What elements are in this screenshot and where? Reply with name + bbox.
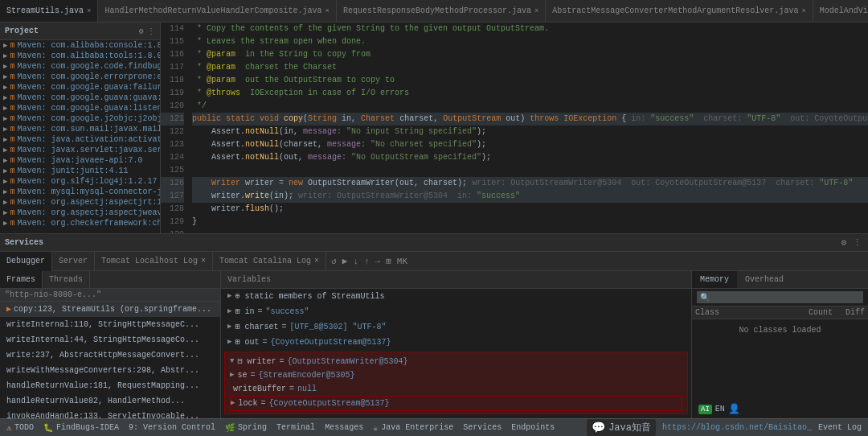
memory-search-input[interactable] xyxy=(697,291,863,303)
tab-memory[interactable]: Memory xyxy=(692,271,737,288)
debugger-content: Frames Threads "http-nio-8080-e..." ▶cop… xyxy=(0,271,868,418)
code-line: * @throws IOException in case of I/O err… xyxy=(192,87,868,100)
tree-item[interactable]: ▶mMaven: java:javaee-api:7.0 xyxy=(0,155,160,166)
url-label: https://blog.csdn.net/Baisitao_ xyxy=(662,423,812,432)
code-line: * Leaves the stream open when done. xyxy=(192,35,868,48)
code-line: * @param out the OutputStream to copy to xyxy=(192,74,868,87)
var-charset[interactable]: ▶ ⊞ charset = [UTF_8@5302] "UTF-8" xyxy=(221,319,691,335)
var-out[interactable]: ▶ ⊞ out = {CoyoteOutputStream@5137} xyxy=(221,335,691,350)
tree-item[interactable]: ▶mMaven: mysql:mysql-connector-java:5.1.… xyxy=(0,187,160,197)
tree-item[interactable]: ▶mMaven: javax.servlet:javax.servlet-api… xyxy=(0,145,160,155)
event-log[interactable]: Event Log xyxy=(818,423,862,432)
user-icon: 👤 xyxy=(728,403,740,415)
debug-toolbar: ↺ ▶ ↓ ↑ → ⊞ MK xyxy=(326,255,412,267)
tab-overhead[interactable]: Overhead xyxy=(737,271,792,288)
menu-icon[interactable]: ⋮ xyxy=(147,27,155,36)
tree-item[interactable]: ▶mMaven: com.google.code.findbugs:jsr:3.… xyxy=(0,61,160,72)
col-class: Class xyxy=(695,308,792,317)
close-icon[interactable]: × xyxy=(534,7,538,15)
settings-icon[interactable]: ⚙ xyxy=(139,27,144,36)
resume-icon[interactable]: ▶ xyxy=(341,255,350,267)
settings-icon[interactable]: ⚙ xyxy=(839,237,848,249)
frame-item[interactable]: invokeAndHandle:133, ServletInvocable... xyxy=(0,409,220,418)
frame-item[interactable]: handleReturnValue82, HandlerMethod... xyxy=(0,393,220,409)
status-terminal[interactable]: Terminal xyxy=(276,423,315,432)
tree-item[interactable]: ▶mMaven: com.alibaba:console:1.8.0 xyxy=(0,40,160,51)
tree-item[interactable]: ▶mMaven: com.google.guava:guava:28.0-jre xyxy=(0,93,160,103)
tree-item[interactable]: ▶mMaven: org.aspectj:aspectjweaver:1.8.1… xyxy=(0,208,160,218)
tree-item[interactable]: ▶mMaven: junit:junit:4.11 xyxy=(0,166,160,176)
tab-handler[interactable]: HandlerMethodReturnValueHandlerComposite… xyxy=(98,0,336,23)
var-writebuffer[interactable]: writeBuffer = null xyxy=(230,382,682,396)
tree-item[interactable]: ▶mMaven: com.google.j2objc:j2objc-annota… xyxy=(0,113,160,124)
tab-debugger[interactable]: Debugger xyxy=(0,252,52,271)
code-view: 114 115 116 117 118 119 120 121 122 123 … xyxy=(161,23,868,233)
run-to-cursor-icon[interactable]: → xyxy=(374,256,383,267)
close-icon[interactable]: × xyxy=(87,7,91,15)
var-in[interactable]: ▶ ⊞ in = "success" xyxy=(221,304,691,319)
code-line: * @param charset the Charset xyxy=(192,61,868,74)
bottom-panel: Services ⚙ ⋮ Debugger Server Tomcat Loca… xyxy=(0,233,868,418)
expand-icon: ▶ xyxy=(231,397,235,409)
close-icon[interactable]: × xyxy=(201,257,206,265)
status-findbugs[interactable]: 🐛 FindBugs-IDEA xyxy=(43,423,119,433)
status-left: ⚠ TODO 🐛 FindBugs-IDEA 9: Version Contro… xyxy=(6,423,555,433)
status-spring[interactable]: 🌿 Spring xyxy=(225,423,267,433)
tab-tomcat-catalina[interactable]: Tomcat Catalina Log × xyxy=(213,252,326,271)
bottom-panel-header: Services ⚙ ⋮ xyxy=(0,234,868,252)
status-endpoints[interactable]: Endpoints xyxy=(511,423,555,432)
variables-list: ▶ ⊕ static members of StreamUtils ▶ ⊞ in… xyxy=(221,289,691,418)
tab-processor[interactable]: RequestResponseBodyMethodProcessor.java … xyxy=(337,0,546,23)
variables-header: Variables xyxy=(221,271,691,289)
menu-icon[interactable]: ⋮ xyxy=(851,237,863,249)
frame-item[interactable]: writeWithMessageConverters:298, Abstr... xyxy=(0,363,220,378)
stop-icon[interactable]: MK xyxy=(395,256,409,267)
evaluate-icon[interactable]: ⊞ xyxy=(384,255,393,267)
var-lock[interactable]: ▶ lock = {CoyoteOutputStream@5137} xyxy=(230,396,682,411)
tree-item[interactable]: ▶mMaven: org.checkerframework:checker-qu… xyxy=(0,218,160,228)
tab-threads[interactable]: Threads xyxy=(43,271,90,288)
tree-item[interactable]: ▶mMaven: org.slf4j:log4j:1.2.17 xyxy=(0,176,160,187)
memory-overhead-tabs: Memory Overhead xyxy=(692,271,868,289)
tab-label: Tomcat Localhost Log xyxy=(101,257,198,265)
tab-abstract[interactable]: AbstractMessageConverterMethodArgumentRe… xyxy=(546,0,813,23)
tab-tomcat-localhost[interactable]: Tomcat Localhost Log × xyxy=(95,252,213,271)
col-diff: Diff xyxy=(833,308,865,317)
tab-modelview[interactable]: ModelAndViewContainer.java × xyxy=(813,0,868,23)
status-version-control[interactable]: 9: Version Control xyxy=(129,423,215,432)
frame-item[interactable]: write:237, AbstractHttpMessageConvert... xyxy=(0,348,220,363)
frame-item[interactable]: writeInternal:110, StringHttpMessageC... xyxy=(0,317,220,332)
wechat-icon: 💬 xyxy=(592,421,605,434)
frame-item[interactable]: ▶copy:123, StreamUtils (org.springframe.… xyxy=(0,302,220,317)
tree-item[interactable]: ▶mMaven: com.google.errorprone:error_pro… xyxy=(0,72,160,82)
close-icon[interactable]: × xyxy=(801,7,805,15)
tree-item[interactable]: ▶mMaven: com.google.guava:failureaccess:… xyxy=(0,82,160,93)
var-writer[interactable]: ▼ ⊟ writer = {OutputStreamWriter@5304} xyxy=(230,355,682,368)
tree-item[interactable]: ▶mMaven: com.alibaba:tools:1.8.0 xyxy=(0,51,160,61)
expand-icon: ▶ xyxy=(227,336,231,348)
status-services[interactable]: Services xyxy=(463,423,502,432)
status-java-enterprise[interactable]: ☕ Java Enterprise xyxy=(373,423,453,433)
close-icon[interactable]: × xyxy=(314,257,319,265)
sidebar-toolbar: ⚙ ⋮ xyxy=(139,27,155,36)
tree-item[interactable]: ▶mMaven: java.activation:activation:1.1 xyxy=(0,134,160,145)
debugger-tabs: Debugger Server Tomcat Localhost Log × T… xyxy=(0,252,868,271)
tree-item[interactable]: ▶mMaven: org.aspectj:aspectjrt:1.8.13 xyxy=(0,197,160,208)
step-over-icon[interactable]: ↺ xyxy=(330,255,338,267)
frame-item[interactable]: handleReturnValue:181, RequestMapping... xyxy=(0,378,220,393)
var-se[interactable]: ▶ se = {StreamEncoder@5305} xyxy=(230,368,682,382)
step-into-icon[interactable]: ↓ xyxy=(351,256,360,267)
close-icon[interactable]: × xyxy=(325,7,329,15)
tab-frames[interactable]: Frames xyxy=(0,271,43,288)
code-line: public static void copy(String in, Chars… xyxy=(192,113,868,125)
tab-streamutils[interactable]: StreamUtils.java × xyxy=(0,0,98,23)
frame-item[interactable]: writeInternal:44, StringHttpMessageCo... xyxy=(0,332,220,348)
tab-server[interactable]: Server xyxy=(52,252,95,271)
var-static[interactable]: ▶ ⊕ static members of StreamUtils xyxy=(221,289,691,304)
tree-item[interactable]: ▶mMaven: com.sun.mail:javax.mail:1.5.2 xyxy=(0,124,160,134)
code-line: */ xyxy=(192,100,868,113)
tree-item[interactable]: ▶mMaven: com.google.guava:listenablefutu… xyxy=(0,103,160,113)
status-messages[interactable]: Messages xyxy=(325,423,363,432)
step-out-icon[interactable]: ↑ xyxy=(362,256,371,267)
status-todo[interactable]: ⚠ TODO xyxy=(6,423,34,433)
